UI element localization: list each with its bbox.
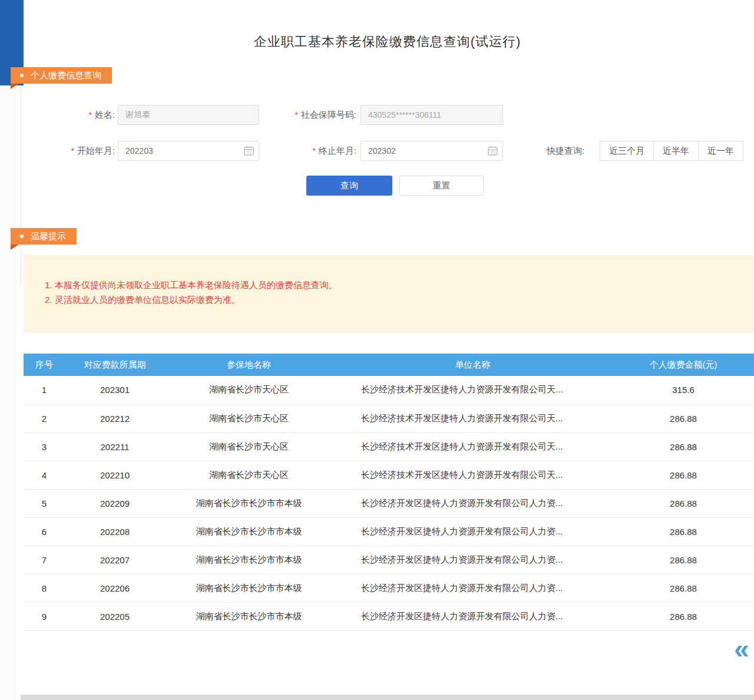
cell-seq: 3 (24, 432, 65, 461)
tips-panel: 1. 本服务仅提供尚未领取企业职工基本养老保险待遇人员的缴费信息查询。 2. 灵… (24, 255, 754, 333)
cell-seq: 8 (24, 574, 65, 602)
required-marker: * (295, 110, 297, 120)
cell-period: 202209 (65, 489, 165, 517)
cell-region: 湖南省长沙市天心区 (165, 432, 333, 461)
tip-line-2: 2. 灵活就业人员的缴费单位信息以实际缴费为准。 (45, 292, 754, 307)
bullet-icon (20, 74, 24, 77)
cell-period: 202206 (65, 574, 165, 602)
cell-period: 202205 (65, 602, 165, 630)
bullet-icon (20, 235, 24, 238)
quick-last-3-months-button[interactable]: 近三个月 (600, 141, 654, 161)
cell-amount: 315.6 (613, 376, 754, 404)
quick-last-half-year-button[interactable]: 近半年 (653, 141, 699, 161)
quick-query-group: 近三个月 近半年 近一年 (600, 141, 743, 161)
end-month-label: *终止年月: (283, 141, 356, 161)
section-badge-personal-payment-query: 个人缴费信息查询 (11, 67, 112, 84)
table-row: 5 202209 湖南省长沙市长沙市市本级 长沙经济开发区捷特人力资源开发有限公… (24, 489, 754, 517)
cell-seq: 4 (24, 461, 65, 489)
cell-region: 湖南省长沙市长沙市市本级 (165, 574, 333, 602)
table-row: 8 202206 湖南省长沙市长沙市市本级 长沙经济开发区捷特人力资源开发有限公… (24, 574, 754, 602)
cell-amount: 286.88 (613, 517, 754, 546)
ssn-field[interactable] (361, 105, 503, 125)
cell-employer: 长沙经济技术开发区捷特人力资源开发有限公司天... (333, 404, 613, 432)
start-month-picker[interactable] (118, 141, 259, 161)
cell-amount: 286.88 (613, 574, 754, 602)
cell-period: 202207 (65, 546, 165, 574)
table-row: 9 202205 湖南省长沙市长沙市市本级 长沙经济开发区捷特人力资源开发有限公… (24, 602, 754, 630)
ssn-label: *社会保障号码: (268, 105, 356, 125)
calendar-icon[interactable] (244, 146, 254, 156)
table-header: 序号 对应费款所属期 参保地名称 单位名称 个人缴费金额(元) (24, 354, 754, 376)
cell-amount: 286.88 (613, 489, 754, 517)
cell-employer: 长沙经济开发区捷特人力资源开发有限公司人力资... (333, 517, 613, 546)
cell-seq: 5 (24, 489, 65, 517)
cell-employer: 长沙经济技术开发区捷特人力资源开发有限公司天... (333, 432, 613, 461)
table-row: 2 202212 湖南省长沙市天心区 长沙经济技术开发区捷特人力资源开发有限公司… (24, 404, 754, 432)
cell-region: 湖南省长沙市天心区 (165, 461, 333, 489)
required-marker: * (88, 110, 91, 120)
cell-region: 湖南省长沙市天心区 (165, 404, 333, 432)
cell-amount: 286.88 (613, 432, 754, 461)
cell-period: 202211 (65, 432, 165, 461)
end-month-picker[interactable] (361, 141, 503, 161)
cell-seq: 2 (24, 404, 65, 432)
quick-query-label: 快捷查询: (547, 141, 584, 161)
cell-period: 202301 (65, 376, 165, 404)
quick-last-year-button[interactable]: 近一年 (698, 141, 743, 161)
table-row: 7 202207 湖南省长沙市长沙市市本级 长沙经济开发区捷特人力资源开发有限公… (24, 546, 754, 574)
cell-employer: 长沙经济技术开发区捷特人力资源开发有限公司天... (333, 376, 613, 404)
collapse-chevrons-icon[interactable]: « (734, 635, 749, 662)
start-month-input[interactable] (118, 141, 259, 161)
cell-region: 湖南省长沙市长沙市市本级 (165, 489, 333, 517)
cell-amount: 286.88 (613, 404, 754, 432)
bottom-strip (21, 695, 754, 700)
table-body: 1 202301 湖南省长沙市天心区 长沙经济技术开发区捷特人力资源开发有限公司… (24, 376, 754, 630)
cell-region: 湖南省长沙市天心区 (165, 376, 333, 404)
cell-period: 202208 (65, 517, 165, 546)
left-gutter (0, 0, 16, 700)
cell-seq: 6 (24, 517, 65, 546)
cell-amount: 286.88 (613, 461, 754, 489)
table-row: 4 202210 湖南省长沙市天心区 长沙经济技术开发区捷特人力资源开发有限公司… (24, 461, 754, 489)
cell-amount: 286.88 (613, 602, 754, 630)
cell-period: 202212 (65, 404, 165, 432)
required-marker: * (71, 146, 74, 156)
cell-seq: 1 (24, 376, 65, 404)
header-employer: 单位名称 (333, 354, 613, 376)
cell-employer: 长沙经济开发区捷特人力资源开发有限公司人力资... (333, 602, 613, 630)
cell-amount: 286.88 (613, 546, 754, 574)
query-button[interactable]: 查询 (306, 176, 392, 196)
payment-records-table: 序号 对应费款所属期 参保地名称 单位名称 个人缴费金额(元) 1 202301… (24, 354, 754, 631)
reset-button[interactable]: 重置 (399, 176, 484, 196)
section-badge-label: 个人缴费信息查询 (31, 70, 101, 80)
table-row: 1 202301 湖南省长沙市天心区 长沙经济技术开发区捷特人力资源开发有限公司… (24, 376, 754, 404)
cell-region: 湖南省长沙市长沙市市本级 (165, 517, 333, 546)
pension-query-page: 企业职工基本养老保险缴费信息查询(试运行) 个人缴费信息查询 *姓名: *社会保… (0, 0, 754, 700)
calendar-icon[interactable] (488, 146, 498, 156)
cell-employer: 长沙经济开发区捷特人力资源开发有限公司人力资... (333, 546, 613, 574)
end-month-input[interactable] (361, 141, 503, 161)
table-row: 3 202211 湖南省长沙市天心区 长沙经济技术开发区捷特人力资源开发有限公司… (24, 432, 754, 461)
cell-seq: 7 (24, 546, 65, 574)
cell-employer: 长沙经济开发区捷特人力资源开发有限公司人力资... (333, 574, 613, 602)
section-badge-tips: 温馨提示 (11, 228, 77, 245)
ribbon-fold (11, 245, 19, 250)
page-title: 企业职工基本养老保险缴费信息查询(试运行) (21, 33, 754, 51)
header-seq: 序号 (24, 354, 65, 376)
cell-employer: 长沙经济开发区捷特人力资源开发有限公司人力资... (333, 489, 613, 517)
name-field[interactable] (118, 105, 259, 125)
required-marker: * (312, 146, 315, 156)
section-badge-label: 温馨提示 (31, 231, 66, 241)
cell-region: 湖南省长沙市长沙市市本级 (165, 546, 333, 574)
cell-region: 湖南省长沙市长沙市市本级 (165, 602, 333, 630)
table-row: 6 202208 湖南省长沙市长沙市市本级 长沙经济开发区捷特人力资源开发有限公… (24, 517, 754, 546)
cell-seq: 9 (24, 602, 65, 630)
name-label: *姓名: (52, 105, 115, 125)
tip-line-1: 1. 本服务仅提供尚未领取企业职工基本养老保险待遇人员的缴费信息查询。 (45, 278, 754, 292)
start-month-label: *开始年月: (41, 141, 115, 161)
cell-period: 202210 (65, 461, 165, 489)
ribbon-fold (11, 84, 19, 89)
cell-employer: 长沙经济技术开发区捷特人力资源开发有限公司天... (333, 461, 613, 489)
header-region: 参保地名称 (165, 354, 333, 376)
header-amount: 个人缴费金额(元) (613, 354, 754, 376)
